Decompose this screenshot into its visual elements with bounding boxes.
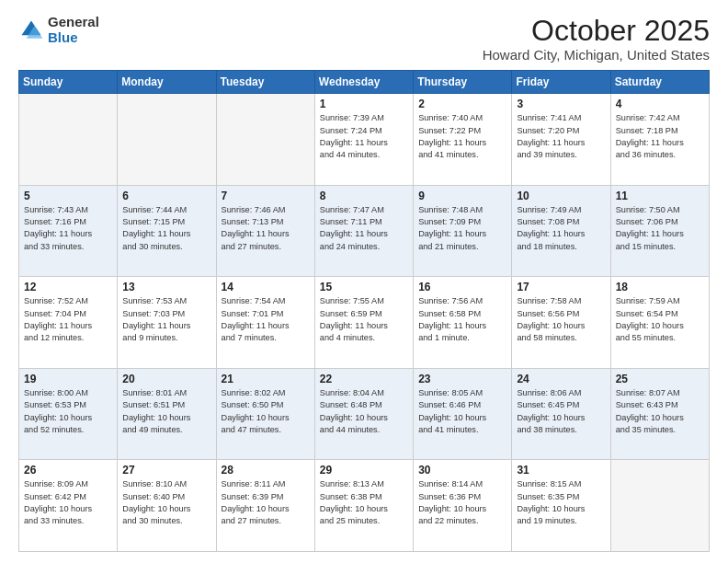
month-title: October 2025 bbox=[483, 15, 710, 47]
day-number: 15 bbox=[320, 281, 408, 293]
calendar-cell: 15Sunrise: 7:55 AM Sunset: 6:59 PM Dayli… bbox=[314, 277, 413, 369]
day-number: 24 bbox=[517, 373, 605, 385]
day-number: 30 bbox=[418, 464, 506, 477]
calendar-cell: 6Sunrise: 7:44 AM Sunset: 7:15 PM Daylig… bbox=[118, 185, 216, 277]
calendar-cell: 17Sunrise: 7:58 AM Sunset: 6:56 PM Dayli… bbox=[512, 277, 610, 369]
day-info: Sunrise: 7:39 AM Sunset: 7:24 PM Dayligh… bbox=[320, 112, 408, 161]
day-number: 19 bbox=[24, 373, 112, 385]
day-info: Sunrise: 8:07 AM Sunset: 6:43 PM Dayligh… bbox=[616, 387, 704, 436]
calendar-cell: 2Sunrise: 7:40 AM Sunset: 7:22 PM Daylig… bbox=[414, 94, 512, 186]
day-info: Sunrise: 8:05 AM Sunset: 6:46 PM Dayligh… bbox=[418, 387, 506, 436]
calendar-cell: 22Sunrise: 8:04 AM Sunset: 6:48 PM Dayli… bbox=[314, 368, 413, 460]
day-info: Sunrise: 8:04 AM Sunset: 6:48 PM Dayligh… bbox=[320, 387, 408, 436]
calendar-week-row: 5Sunrise: 7:43 AM Sunset: 7:16 PM Daylig… bbox=[19, 185, 710, 277]
calendar-cell: 13Sunrise: 7:53 AM Sunset: 7:03 PM Dayli… bbox=[118, 277, 216, 369]
day-info: Sunrise: 7:49 AM Sunset: 7:08 PM Dayligh… bbox=[517, 204, 605, 253]
calendar-header-saturday: Saturday bbox=[610, 71, 709, 94]
calendar-cell: 28Sunrise: 8:11 AM Sunset: 6:39 PM Dayli… bbox=[216, 460, 314, 552]
day-number: 27 bbox=[122, 464, 210, 477]
calendar-cell bbox=[118, 94, 216, 186]
day-info: Sunrise: 8:11 AM Sunset: 6:39 PM Dayligh… bbox=[222, 478, 310, 527]
calendar-cell: 20Sunrise: 8:01 AM Sunset: 6:51 PM Dayli… bbox=[118, 368, 216, 460]
calendar-cell: 9Sunrise: 7:48 AM Sunset: 7:09 PM Daylig… bbox=[414, 185, 512, 277]
calendar-cell: 3Sunrise: 7:41 AM Sunset: 7:20 PM Daylig… bbox=[512, 94, 610, 186]
calendar-cell bbox=[610, 460, 709, 552]
day-info: Sunrise: 7:41 AM Sunset: 7:20 PM Dayligh… bbox=[517, 112, 605, 161]
day-info: Sunrise: 8:09 AM Sunset: 6:42 PM Dayligh… bbox=[24, 478, 112, 527]
day-number: 5 bbox=[24, 190, 112, 202]
day-number: 14 bbox=[222, 281, 310, 293]
calendar-cell: 1Sunrise: 7:39 AM Sunset: 7:24 PM Daylig… bbox=[314, 94, 413, 186]
calendar-cell: 16Sunrise: 7:56 AM Sunset: 6:58 PM Dayli… bbox=[414, 277, 512, 369]
calendar-cell: 21Sunrise: 8:02 AM Sunset: 6:50 PM Dayli… bbox=[216, 368, 314, 460]
day-info: Sunrise: 8:01 AM Sunset: 6:51 PM Dayligh… bbox=[122, 387, 210, 436]
day-info: Sunrise: 7:52 AM Sunset: 7:04 PM Dayligh… bbox=[24, 295, 112, 344]
day-info: Sunrise: 7:42 AM Sunset: 7:18 PM Dayligh… bbox=[616, 112, 704, 161]
calendar-cell: 11Sunrise: 7:50 AM Sunset: 7:06 PM Dayli… bbox=[610, 185, 709, 277]
calendar-table: SundayMondayTuesdayWednesdayThursdayFrid… bbox=[18, 70, 710, 552]
calendar-header-row: SundayMondayTuesdayWednesdayThursdayFrid… bbox=[19, 71, 710, 94]
day-number: 17 bbox=[517, 281, 605, 293]
day-info: Sunrise: 7:44 AM Sunset: 7:15 PM Dayligh… bbox=[122, 204, 210, 253]
calendar-cell: 18Sunrise: 7:59 AM Sunset: 6:54 PM Dayli… bbox=[610, 277, 709, 369]
calendar-cell: 8Sunrise: 7:47 AM Sunset: 7:11 PM Daylig… bbox=[314, 185, 413, 277]
calendar-cell: 7Sunrise: 7:46 AM Sunset: 7:13 PM Daylig… bbox=[216, 185, 314, 277]
calendar-cell: 30Sunrise: 8:14 AM Sunset: 6:36 PM Dayli… bbox=[414, 460, 512, 552]
calendar-cell: 25Sunrise: 8:07 AM Sunset: 6:43 PM Dayli… bbox=[610, 368, 709, 460]
day-info: Sunrise: 7:56 AM Sunset: 6:58 PM Dayligh… bbox=[418, 295, 506, 344]
calendar-cell: 14Sunrise: 7:54 AM Sunset: 7:01 PM Dayli… bbox=[216, 277, 314, 369]
day-number: 20 bbox=[122, 373, 210, 385]
day-info: Sunrise: 7:53 AM Sunset: 7:03 PM Dayligh… bbox=[122, 295, 210, 344]
day-number: 10 bbox=[517, 190, 605, 202]
day-info: Sunrise: 8:13 AM Sunset: 6:38 PM Dayligh… bbox=[320, 478, 408, 527]
calendar-cell: 12Sunrise: 7:52 AM Sunset: 7:04 PM Dayli… bbox=[19, 277, 118, 369]
day-number: 18 bbox=[616, 281, 704, 293]
day-number: 16 bbox=[418, 281, 506, 293]
calendar-week-row: 19Sunrise: 8:00 AM Sunset: 6:53 PM Dayli… bbox=[19, 368, 710, 460]
day-number: 28 bbox=[222, 464, 310, 477]
logo-general: General bbox=[48, 15, 99, 30]
day-number: 22 bbox=[320, 373, 408, 385]
calendar-header-tuesday: Tuesday bbox=[216, 71, 314, 94]
day-number: 7 bbox=[222, 190, 310, 202]
day-number: 21 bbox=[222, 373, 310, 385]
day-info: Sunrise: 7:48 AM Sunset: 7:09 PM Dayligh… bbox=[418, 204, 506, 253]
day-info: Sunrise: 7:58 AM Sunset: 6:56 PM Dayligh… bbox=[517, 295, 605, 344]
day-number: 13 bbox=[122, 281, 210, 293]
day-info: Sunrise: 7:54 AM Sunset: 7:01 PM Dayligh… bbox=[222, 295, 310, 344]
day-number: 29 bbox=[320, 464, 408, 477]
logo-icon bbox=[18, 17, 44, 43]
day-info: Sunrise: 8:06 AM Sunset: 6:45 PM Dayligh… bbox=[517, 387, 605, 436]
calendar-cell bbox=[216, 94, 314, 186]
day-number: 6 bbox=[122, 190, 210, 202]
day-info: Sunrise: 7:47 AM Sunset: 7:11 PM Dayligh… bbox=[320, 204, 408, 253]
calendar-header-friday: Friday bbox=[512, 71, 610, 94]
title-block: October 2025 Howard City, Michigan, Unit… bbox=[483, 15, 710, 63]
calendar-week-row: 1Sunrise: 7:39 AM Sunset: 7:24 PM Daylig… bbox=[19, 94, 710, 186]
day-info: Sunrise: 7:46 AM Sunset: 7:13 PM Dayligh… bbox=[222, 204, 310, 253]
day-number: 23 bbox=[418, 373, 506, 385]
day-info: Sunrise: 7:40 AM Sunset: 7:22 PM Dayligh… bbox=[418, 112, 506, 161]
calendar-cell bbox=[19, 94, 118, 186]
day-info: Sunrise: 8:00 AM Sunset: 6:53 PM Dayligh… bbox=[24, 387, 112, 436]
day-number: 11 bbox=[616, 190, 704, 202]
day-info: Sunrise: 7:43 AM Sunset: 7:16 PM Dayligh… bbox=[24, 204, 112, 253]
logo: General Blue bbox=[18, 15, 99, 45]
day-number: 2 bbox=[418, 98, 506, 110]
calendar-cell: 23Sunrise: 8:05 AM Sunset: 6:46 PM Dayli… bbox=[414, 368, 512, 460]
day-info: Sunrise: 7:55 AM Sunset: 6:59 PM Dayligh… bbox=[320, 295, 408, 344]
calendar-cell: 31Sunrise: 8:15 AM Sunset: 6:35 PM Dayli… bbox=[512, 460, 610, 552]
calendar-cell: 26Sunrise: 8:09 AM Sunset: 6:42 PM Dayli… bbox=[19, 460, 118, 552]
logo-text: General Blue bbox=[48, 15, 99, 45]
day-info: Sunrise: 8:02 AM Sunset: 6:50 PM Dayligh… bbox=[222, 387, 310, 436]
calendar-cell: 29Sunrise: 8:13 AM Sunset: 6:38 PM Dayli… bbox=[314, 460, 413, 552]
calendar-cell: 27Sunrise: 8:10 AM Sunset: 6:40 PM Dayli… bbox=[118, 460, 216, 552]
day-number: 31 bbox=[517, 464, 605, 477]
header: General Blue October 2025 Howard City, M… bbox=[18, 15, 710, 63]
day-info: Sunrise: 7:59 AM Sunset: 6:54 PM Dayligh… bbox=[616, 295, 704, 344]
calendar-cell: 4Sunrise: 7:42 AM Sunset: 7:18 PM Daylig… bbox=[610, 94, 709, 186]
calendar-cell: 24Sunrise: 8:06 AM Sunset: 6:45 PM Dayli… bbox=[512, 368, 610, 460]
calendar-header-sunday: Sunday bbox=[19, 71, 118, 94]
day-number: 4 bbox=[616, 98, 704, 110]
page: General Blue October 2025 Howard City, M… bbox=[0, 0, 728, 563]
